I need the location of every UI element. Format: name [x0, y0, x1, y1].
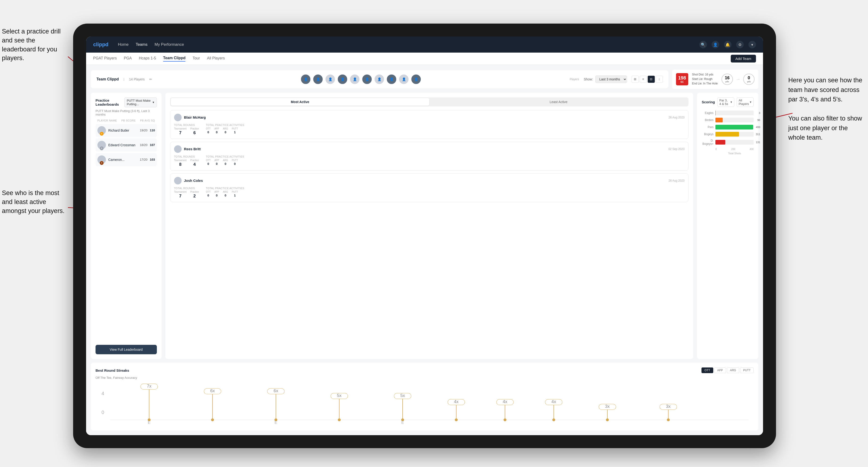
edit-icon[interactable]: ✏ [149, 77, 152, 81]
bronze-badge: 3 [100, 161, 103, 165]
svg-text:5x: 5x [400, 393, 405, 398]
show-select[interactable]: Last 3 months [595, 75, 627, 83]
nav-teams[interactable]: Teams [135, 42, 148, 47]
view-full-leaderboard-button[interactable]: View Full Leaderboard [96, 345, 157, 354]
chart-bar-container-dbogeys: 131 [715, 140, 753, 145]
svg-text:6x: 6x [210, 388, 215, 393]
team-title: Team Clippd [96, 77, 119, 81]
player-activity-row-2: Rees Britt 02 Sep 2023 Total Rounds Tour… [170, 142, 688, 170]
drill-selector[interactable]: PUTT Must Make Putting... ▾ [124, 97, 157, 107]
streaks-chart: 4 0 7x E 6x [96, 383, 753, 426]
chart-bar-birdies [715, 118, 723, 122]
avatar: 👤 [349, 74, 360, 85]
chart-row-dbogeys: D. Bogeys+ 131 [702, 139, 753, 146]
shot-circles: 16 yds → 0 yds [721, 73, 754, 85]
chart-bar-pars [715, 125, 753, 129]
profile-icon[interactable]: ▾ [748, 41, 756, 49]
chart-row-birdies: Birdies 96 [702, 118, 753, 122]
avatar: 👤 [337, 74, 348, 85]
player-filter[interactable]: All Players ▾ [737, 97, 753, 107]
svg-text:4x: 4x [454, 399, 459, 404]
streaks-btns: OTT APP ARG PUTT [702, 368, 753, 373]
subnav-pgat[interactable]: PGAT Players [93, 56, 117, 61]
streaks-chart-svg: 4 0 7x E 6x [96, 383, 753, 426]
streak-btn-app[interactable]: APP [714, 368, 726, 373]
tablet-frame: clippd Home Teams My Performance 🔍 👤 🔔 ⚙… [73, 24, 776, 448]
card-view-icon[interactable]: ⊟ [648, 76, 655, 83]
settings-icon[interactable]: ⚙ [736, 41, 744, 49]
team-count: 14 Players [129, 77, 145, 81]
subnav-team-clippd[interactable]: Team Clippd [163, 56, 186, 62]
svg-point-45 [606, 418, 609, 421]
chart-row-bogeys: Bogeys 311 [702, 132, 753, 136]
table-view-icon[interactable]: ↕ [656, 76, 663, 83]
avatar: 👤 [374, 74, 384, 85]
lb-row-2: 2 Edward Crossman 18/20 107 [96, 138, 157, 152]
nav-links: Home Teams My Performance [118, 42, 700, 47]
chart-axis: 0 200 400 [702, 148, 753, 151]
nav-my-performance[interactable]: My Performance [154, 42, 184, 47]
subnav-hcaps[interactable]: Hcaps 1-5 [139, 56, 156, 61]
shot-badge: 198 SC [676, 73, 688, 85]
svg-point-49 [667, 418, 670, 421]
users-icon[interactable]: 👤 [712, 41, 719, 49]
svg-text:4: 4 [101, 391, 104, 396]
tab-least-active[interactable]: Least Active [429, 98, 688, 106]
lb-score-3: 17/20 [140, 158, 148, 161]
streak-btn-putt[interactable]: PUTT [740, 368, 753, 373]
pa-avatar-1 [174, 114, 182, 121]
svg-text:3x: 3x [605, 404, 610, 409]
chart-row-pars: Pars 499 [702, 125, 753, 129]
pa-practice-activities-2: Total Practice Activities OTT 0 APP 0 [206, 155, 244, 167]
pa-date-2: 02 Sep 2023 [669, 148, 684, 151]
grid-view-icon[interactable]: ⊞ [632, 76, 639, 83]
svg-text:E: E [401, 420, 404, 425]
par-filter[interactable]: Par 3, 4 & 5s ▾ [717, 97, 734, 107]
chart-val-dbogeys: 131 [756, 141, 760, 144]
svg-point-24 [338, 418, 341, 421]
shot-circle-1: 16 yds [721, 73, 733, 85]
chart-label-eagles: Eagles [702, 111, 714, 115]
svg-text:E: E [275, 420, 277, 425]
chart-bar-dbogeys [715, 140, 725, 145]
chevron-down-icon: ▾ [153, 100, 154, 104]
chart-label-dbogeys: D. Bogeys+ [702, 139, 714, 146]
scoring-card: Scoring Par 3, 4 & 5s ▾ All Players ▾ [697, 93, 758, 359]
avatar: 👤 [399, 74, 409, 85]
streaks-subtitle: Off The Tee, Fairway Accuracy [96, 376, 753, 379]
add-team-button[interactable]: Add Team [731, 55, 756, 63]
drill-subtitle: PUTT Must Make Putting (3-6 ft), Last 3 … [96, 109, 157, 116]
bell-icon[interactable]: 🔔 [724, 41, 732, 49]
pa-stats-1: Total Rounds Tournament 7 Practice 6 [174, 124, 684, 135]
practice-lb-header: Practice Leaderboards PUTT Must Make Put… [96, 97, 157, 107]
svg-text:6x: 6x [274, 388, 278, 393]
streak-btn-ott[interactable]: OTT [702, 368, 713, 373]
svg-text:4x: 4x [552, 399, 556, 404]
chart-bar-container-bogeys: 311 [715, 132, 753, 136]
search-icon[interactable]: 🔍 [700, 41, 707, 49]
svg-text:4x: 4x [503, 399, 507, 404]
subnav-all-players[interactable]: All Players [207, 56, 225, 61]
chart-label-pars: Pars [702, 125, 714, 129]
chart-bar-bogeys [715, 132, 739, 136]
annotation-right: Here you can see how the team have score… [788, 75, 864, 143]
pa-avatar-3 [174, 177, 182, 184]
streak-btn-arg[interactable]: ARG [727, 368, 739, 373]
lb-score-1: 19/20 [140, 129, 148, 132]
sub-nav: PGAT Players PGA Hcaps 1-5 Team Clippd T… [86, 53, 763, 65]
pa-stats-2: Total Rounds Tournament 8 Practice 4 [174, 155, 684, 167]
nav-home[interactable]: Home [118, 42, 129, 47]
subnav-tour[interactable]: Tour [192, 56, 200, 61]
pa-total-rounds-2: Total Rounds Tournament 8 Practice 4 [174, 155, 199, 167]
tab-most-active[interactable]: Most Active [171, 98, 429, 106]
annotation-bottom-left: See who is the most and least active amo… [2, 189, 68, 215]
subnav-pga[interactable]: PGA [124, 56, 132, 61]
lb-header: PLAYER NAME PB SCORE PB AVG SQ [96, 119, 157, 122]
shot-details: Shot Dist: 16 yds Start Lie: Rough End L… [692, 72, 718, 86]
player-avatars: 👤 👤 👤 👤 👤 👤 👤 👤 👤 👤 [157, 74, 565, 85]
team-header: Team Clippd | 14 Players ✏ 👤 👤 👤 👤 👤 👤 👤… [91, 70, 669, 88]
svg-point-15 [211, 418, 214, 421]
list-view-icon[interactable]: ≡ [640, 76, 647, 83]
pa-total-rounds-3: Total Rounds Tournament 7 Practice 2 [174, 187, 199, 198]
avatar: 👤 [313, 74, 323, 85]
